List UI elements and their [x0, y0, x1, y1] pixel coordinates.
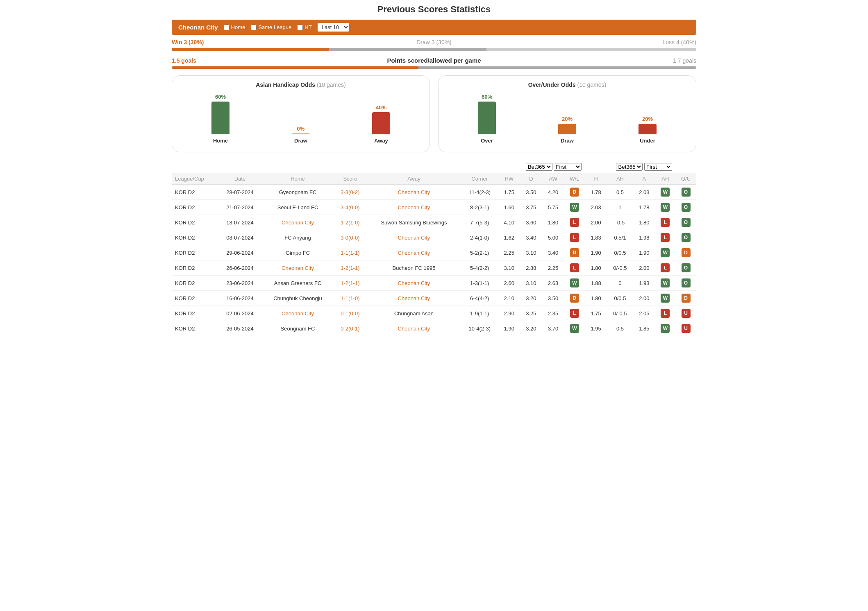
col-league: League/Cup — [172, 173, 218, 185]
cell-home[interactable]: Chungbuk Cheongju — [262, 291, 334, 306]
goals-labels: 1.5 goals Points scored/allowed per game… — [172, 57, 696, 64]
bet365-select-left[interactable]: Bet365 — [526, 163, 552, 171]
ah-away-bar: 40% Away — [372, 104, 390, 144]
cell-aw: 3.40 — [542, 245, 564, 260]
cell-score[interactable]: 1-2(1-1) — [334, 276, 367, 291]
cell-home[interactable]: Seongnam FC — [262, 321, 334, 336]
cell-date: 26-06-2024 — [218, 260, 262, 276]
bet365-select-right[interactable]: Bet365 — [616, 163, 643, 171]
cell-away[interactable]: Cheonan City — [367, 185, 461, 200]
cell-home[interactable]: FC Anyang — [262, 230, 334, 245]
cell-ah: 0 — [607, 276, 633, 291]
col-wl: W/L — [564, 173, 585, 185]
table-row: KOR D2 26-06-2024 Cheonan City 1-2(1-1) … — [172, 260, 696, 276]
home-team[interactable]: Cheonan City — [282, 310, 314, 317]
cell-score[interactable]: 3-4(0-0) — [334, 200, 367, 215]
cell-league: KOR D2 — [172, 260, 218, 276]
cell-home[interactable]: Ansan Greeners FC — [262, 276, 334, 291]
cell-score[interactable]: 3-3(0-2) — [334, 185, 367, 200]
score-link[interactable]: 0-2(0-1) — [341, 326, 359, 332]
away-team[interactable]: Cheonan City — [398, 189, 430, 195]
cell-away[interactable]: Suwon Samsung Bluewings — [367, 215, 461, 230]
cell-away[interactable]: Chungnam Asan — [367, 306, 461, 321]
cell-away[interactable]: Cheonan City — [367, 321, 461, 336]
cell-date: 13-07-2024 — [218, 215, 262, 230]
away-team[interactable]: Cheonan City — [398, 250, 430, 256]
cell-home[interactable]: Cheonan City — [262, 215, 334, 230]
first-select-left[interactable]: First Second — [554, 163, 582, 171]
cell-hw: 3.10 — [498, 260, 520, 276]
home-team[interactable]: Cheonan City — [282, 265, 314, 271]
cell-date: 26-05-2024 — [218, 321, 262, 336]
column-headers-row: League/Cup Date Home Score Away Corner H… — [172, 173, 696, 185]
cell-a: 2.00 — [633, 260, 655, 276]
away-team[interactable]: Cheonan City — [398, 326, 430, 332]
cell-home[interactable]: Gimpo FC — [262, 245, 334, 260]
away-team[interactable]: Cheonan City — [398, 204, 430, 210]
col-ah: AH — [607, 173, 633, 185]
score-link[interactable]: 0-1(0-0) — [341, 310, 359, 317]
cell-ah2: L — [655, 230, 675, 245]
cell-home[interactable]: Seoul E-Land FC — [262, 200, 334, 215]
ht-checkbox[interactable] — [297, 25, 303, 30]
ou-badge: O — [682, 188, 691, 197]
ht-checkbox-label[interactable]: HT — [297, 24, 311, 30]
cell-a: 1.90 — [633, 245, 655, 260]
last-n-dropdown[interactable]: Last 5 Last 10 Last 20 Season — [318, 23, 349, 32]
ah-home-rect — [211, 102, 229, 134]
table-controls-row: Bet365 First Second Bet365 First Second — [172, 161, 696, 173]
cell-away[interactable]: Bucheon FC 1995 — [367, 260, 461, 276]
cell-score[interactable]: 1-2(1-0) — [334, 215, 367, 230]
cell-home[interactable]: Cheonan City — [262, 260, 334, 276]
score-link[interactable]: 1-2(1-0) — [341, 220, 359, 226]
score-link[interactable]: 1-1(1-0) — [341, 295, 359, 301]
first-select-right[interactable]: First Second — [644, 163, 672, 171]
cell-score[interactable]: 3-0(0-0) — [334, 230, 367, 245]
cell-score[interactable]: 1-1(1-1) — [334, 245, 367, 260]
cell-ah: 0.5/1 — [607, 230, 633, 245]
cell-d: 3.10 — [520, 245, 542, 260]
away-team[interactable]: Cheonan City — [398, 295, 430, 301]
same-league-checkbox-label[interactable]: Same League — [251, 24, 291, 30]
ou-badge: O — [682, 233, 691, 242]
ah-home-bar: 60% Home — [211, 94, 229, 144]
goals-bar-left — [172, 66, 418, 69]
header-bar: Cheonan City Home Same League HT Last 5 … — [172, 20, 696, 35]
wl-badge: D — [570, 188, 579, 197]
cell-away[interactable]: Cheonan City — [367, 291, 461, 306]
score-link[interactable]: 1-2(1-1) — [341, 280, 359, 286]
col-away: Away — [367, 173, 461, 185]
cell-corner: 6-4(4-2) — [461, 291, 498, 306]
cell-away[interactable]: Cheonan City — [367, 276, 461, 291]
score-link[interactable]: 1-1(1-1) — [341, 250, 359, 256]
score-link[interactable]: 3-4(0-0) — [341, 204, 359, 210]
cell-score[interactable]: 1-2(1-1) — [334, 260, 367, 276]
home-team[interactable]: Cheonan City — [282, 220, 314, 226]
home-checkbox-label[interactable]: Home — [224, 24, 245, 30]
cell-home[interactable]: Gyeongnam FC — [262, 185, 334, 200]
score-link[interactable]: 3-3(0-2) — [341, 189, 359, 195]
cell-score[interactable]: 0-1(0-0) — [334, 306, 367, 321]
cell-h: 1.88 — [585, 276, 607, 291]
cell-away[interactable]: Cheonan City — [367, 230, 461, 245]
cell-ah2: W — [655, 200, 675, 215]
bet365-controls-right[interactable]: Bet365 First Second — [585, 161, 675, 173]
ah-away-rect — [372, 112, 390, 134]
same-league-checkbox[interactable] — [251, 25, 257, 30]
home-checkbox[interactable] — [224, 25, 229, 30]
cell-home[interactable]: Cheonan City — [262, 306, 334, 321]
cell-score[interactable]: 1-1(1-0) — [334, 291, 367, 306]
cell-aw: 2.25 — [542, 260, 564, 276]
away-team[interactable]: Cheonan City — [398, 235, 430, 241]
cell-away[interactable]: Cheonan City — [367, 245, 461, 260]
score-link[interactable]: 3-0(0-0) — [341, 235, 359, 241]
cell-away[interactable]: Cheonan City — [367, 200, 461, 215]
table-row: KOR D2 21-07-2024 Seoul E-Land FC 3-4(0-… — [172, 200, 696, 215]
cell-score[interactable]: 0-2(0-1) — [334, 321, 367, 336]
bet365-controls-left[interactable]: Bet365 First Second — [498, 161, 585, 173]
away-team[interactable]: Cheonan City — [398, 280, 430, 286]
col-spacer — [172, 161, 498, 173]
cell-ah: 0/-0.5 — [607, 306, 633, 321]
ah2-badge: L — [661, 309, 670, 318]
score-link[interactable]: 1-2(1-1) — [341, 265, 359, 271]
